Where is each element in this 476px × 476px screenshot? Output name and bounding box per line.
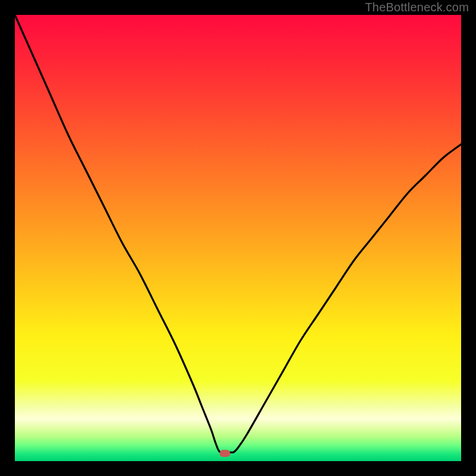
watermark-text: TheBottleneck.com [365, 1, 469, 14]
curve-path [15, 15, 461, 453]
bottleneck-curve [15, 15, 461, 461]
plot-area [15, 15, 461, 461]
chart-frame: TheBottleneck.com [0, 0, 476, 476]
optimal-point-marker [220, 450, 230, 457]
